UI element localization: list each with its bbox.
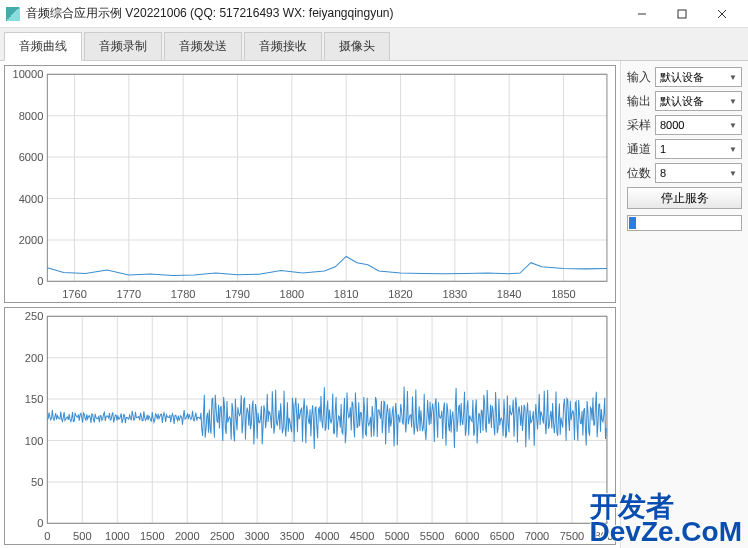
sample-label: 采样	[627, 117, 655, 134]
tab-0[interactable]: 音频曲线	[4, 32, 82, 61]
app-icon	[6, 7, 20, 21]
svg-text:50: 50	[31, 476, 43, 488]
sample-select[interactable]: 8000 ▼	[655, 115, 742, 135]
svg-text:6500: 6500	[490, 530, 515, 542]
svg-text:1820: 1820	[388, 288, 413, 300]
svg-text:4500: 4500	[350, 530, 375, 542]
chevron-down-icon: ▼	[729, 121, 737, 130]
svg-text:4000: 4000	[19, 193, 44, 205]
svg-text:250: 250	[25, 310, 43, 322]
svg-text:0: 0	[44, 530, 50, 542]
progress-fill	[629, 217, 636, 229]
output-label: 输出	[627, 93, 655, 110]
svg-text:1830: 1830	[442, 288, 467, 300]
chart-bottom: 0501001502002500500100015002000250030003…	[4, 307, 616, 545]
content: 0200040006000800010000176017701780179018…	[0, 61, 748, 548]
svg-text:1850: 1850	[551, 288, 576, 300]
chevron-down-icon: ▼	[729, 169, 737, 178]
svg-text:2000: 2000	[19, 234, 44, 246]
chart-top: 0200040006000800010000176017701780179018…	[4, 65, 616, 303]
svg-text:7500: 7500	[560, 530, 585, 542]
chevron-down-icon: ▼	[729, 73, 737, 82]
chevron-down-icon: ▼	[729, 145, 737, 154]
svg-text:10000: 10000	[13, 68, 44, 80]
svg-text:100: 100	[25, 435, 43, 447]
tab-1[interactable]: 音频录制	[84, 32, 162, 60]
svg-rect-36	[47, 74, 607, 281]
svg-text:2500: 2500	[210, 530, 235, 542]
bits-label: 位数	[627, 165, 655, 182]
tab-4[interactable]: 摄像头	[324, 32, 390, 60]
svg-text:1780: 1780	[171, 288, 196, 300]
window-title: 音频综合应用示例 V20221006 (QQ: 517216493 WX: fe…	[26, 5, 622, 22]
svg-text:150: 150	[25, 393, 43, 405]
window-buttons	[622, 2, 742, 26]
tabs: 音频曲线音频录制音频发送音频接收摄像头	[0, 28, 748, 61]
maximize-button[interactable]	[662, 2, 702, 26]
svg-text:1800: 1800	[280, 288, 305, 300]
progress-bar	[627, 215, 742, 231]
svg-text:8000: 8000	[595, 530, 615, 542]
svg-text:2000: 2000	[175, 530, 200, 542]
svg-rect-1	[678, 10, 686, 18]
svg-text:6000: 6000	[19, 151, 44, 163]
sample-value: 8000	[660, 119, 684, 131]
svg-text:1760: 1760	[62, 288, 87, 300]
output-value: 默认设备	[660, 94, 704, 109]
chart-area: 0200040006000800010000176017701780179018…	[0, 61, 620, 548]
chevron-down-icon: ▼	[729, 97, 737, 106]
svg-text:500: 500	[73, 530, 91, 542]
svg-text:1840: 1840	[497, 288, 522, 300]
svg-text:8000: 8000	[19, 110, 44, 122]
channel-value: 1	[660, 143, 666, 155]
svg-text:0: 0	[37, 275, 43, 287]
tab-2[interactable]: 音频发送	[164, 32, 242, 60]
svg-text:4000: 4000	[315, 530, 340, 542]
output-select[interactable]: 默认设备 ▼	[655, 91, 742, 111]
minimize-button[interactable]	[622, 2, 662, 26]
svg-text:5500: 5500	[420, 530, 445, 542]
bits-select[interactable]: 8 ▼	[655, 163, 742, 183]
input-value: 默认设备	[660, 70, 704, 85]
svg-text:1500: 1500	[140, 530, 165, 542]
svg-text:1810: 1810	[334, 288, 359, 300]
svg-text:1770: 1770	[117, 288, 142, 300]
titlebar: 音频综合应用示例 V20221006 (QQ: 517216493 WX: fe…	[0, 0, 748, 28]
svg-text:1000: 1000	[105, 530, 130, 542]
svg-text:3000: 3000	[245, 530, 270, 542]
svg-text:3500: 3500	[280, 530, 305, 542]
svg-text:1790: 1790	[225, 288, 250, 300]
channel-select[interactable]: 1 ▼	[655, 139, 742, 159]
channel-label: 通道	[627, 141, 655, 158]
svg-text:200: 200	[25, 352, 43, 364]
close-button[interactable]	[702, 2, 742, 26]
bits-value: 8	[660, 167, 666, 179]
tab-3[interactable]: 音频接收	[244, 32, 322, 60]
svg-text:5000: 5000	[385, 530, 410, 542]
svg-text:7000: 7000	[525, 530, 550, 542]
input-select[interactable]: 默认设备 ▼	[655, 67, 742, 87]
input-label: 输入	[627, 69, 655, 86]
svg-text:6000: 6000	[455, 530, 480, 542]
stop-service-button[interactable]: 停止服务	[627, 187, 742, 209]
side-panel: 输入 默认设备 ▼ 输出 默认设备 ▼ 采样 8000 ▼ 通道 1 ▼	[620, 61, 748, 548]
svg-text:0: 0	[37, 517, 43, 529]
